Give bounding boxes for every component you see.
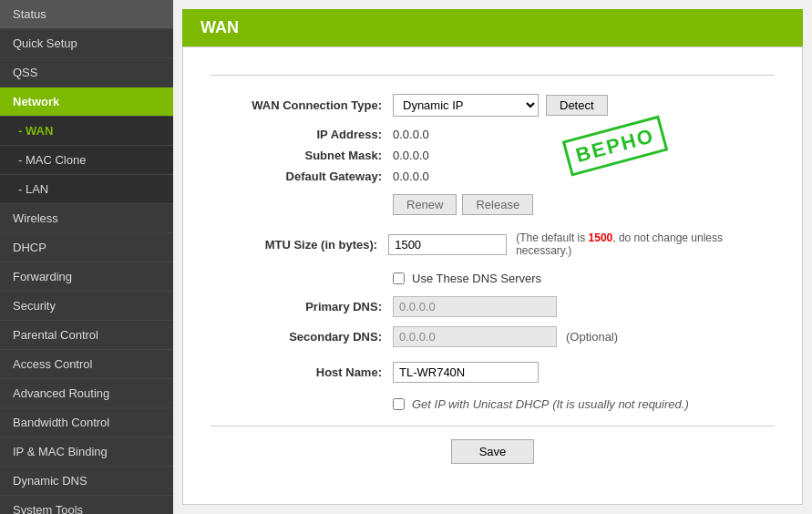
- sidebar-item-dhcp[interactable]: DHCP: [0, 233, 173, 262]
- sidebar-item-bandwidth-control[interactable]: Bandwidth Control: [0, 408, 173, 437]
- renew-release-row: Renew Release: [211, 194, 775, 215]
- sidebar-item-quick-setup[interactable]: Quick Setup: [0, 29, 173, 58]
- host-name-label: Host Name:: [211, 365, 393, 379]
- default-gateway-row: Default Gateway: 0.0.0.0: [211, 170, 775, 183]
- ip-address-value: 0.0.0.0: [393, 128, 429, 141]
- sidebar-item-system-tools[interactable]: System Tools: [0, 496, 173, 514]
- wan-connection-type-select[interactable]: Dynamic IP: [393, 94, 539, 117]
- default-gateway-value: 0.0.0.0: [393, 170, 429, 183]
- mtu-row: MTU Size (in bytes): (The default is 150…: [211, 231, 775, 257]
- default-gateway-label: Default Gateway:: [211, 170, 393, 183]
- wan-connection-type-row: WAN Connection Type: Dynamic IP Detect: [211, 94, 775, 117]
- save-button[interactable]: Save: [451, 439, 535, 464]
- ip-address-row: IP Address: 0.0.0.0: [211, 128, 775, 141]
- subnet-mask-value: 0.0.0.0: [393, 149, 429, 162]
- subnet-mask-label: Subnet Mask:: [211, 149, 393, 162]
- detect-button[interactable]: Detect: [546, 95, 608, 116]
- release-button[interactable]: Release: [462, 194, 533, 215]
- dns-checkbox-row: Use These DNS Servers: [393, 272, 775, 285]
- sidebar: Status Quick Setup QSS Network - WAN - M…: [0, 0, 173, 514]
- sidebar-item-qss[interactable]: QSS: [0, 58, 173, 87]
- mtu-hint-bold: 1500: [589, 231, 613, 244]
- mtu-input[interactable]: [388, 234, 507, 255]
- sidebar-item-mac-clone[interactable]: - MAC Clone: [0, 146, 173, 175]
- mtu-hint: (The default is 1500, do not change unle…: [516, 231, 775, 257]
- host-name-row: Host Name:: [211, 362, 775, 383]
- sidebar-item-parental-control[interactable]: Parental Control: [0, 321, 173, 350]
- primary-dns-row: Primary DNS:: [211, 296, 775, 317]
- sidebar-item-forwarding[interactable]: Forwarding: [0, 262, 173, 292]
- sidebar-item-status[interactable]: Status: [0, 0, 173, 29]
- unicast-row: Get IP with Unicast DHCP (It is usually …: [393, 397, 775, 411]
- page-title: WAN: [182, 9, 803, 46]
- wan-connection-type-label: WAN Connection Type:: [211, 98, 393, 112]
- dns-checkbox-label: Use These DNS Servers: [412, 272, 541, 285]
- optional-text: (Optional): [566, 330, 618, 344]
- sidebar-item-network[interactable]: Network: [0, 87, 173, 117]
- sidebar-item-security[interactable]: Security: [0, 292, 173, 321]
- renew-button[interactable]: Renew: [393, 194, 457, 215]
- stamp-text: ВЕРНО: [561, 115, 668, 176]
- sidebar-item-access-control[interactable]: Access Control: [0, 350, 173, 379]
- unicast-label: Get IP with Unicast DHCP (It is usually …: [412, 397, 689, 411]
- main-content: WAN WAN Connection Type: Dynamic IP Dete…: [173, 0, 812, 514]
- unicast-checkbox[interactable]: [393, 398, 405, 410]
- secondary-dns-input[interactable]: [393, 326, 557, 347]
- content-area: WAN Connection Type: Dynamic IP Detect I…: [182, 46, 803, 505]
- save-row: Save: [211, 426, 775, 464]
- mtu-label: MTU Size (in bytes):: [211, 238, 388, 252]
- ip-address-label: IP Address:: [211, 128, 393, 141]
- sidebar-item-lan[interactable]: - LAN: [0, 175, 173, 204]
- dns-checkbox[interactable]: [393, 272, 405, 284]
- subnet-mask-row: Subnet Mask: 0.0.0.0: [211, 149, 775, 162]
- sidebar-item-wireless[interactable]: Wireless: [0, 204, 173, 233]
- sidebar-item-wan[interactable]: - WAN: [0, 117, 173, 146]
- secondary-dns-row: Secondary DNS: (Optional): [211, 326, 775, 347]
- sidebar-item-dynamic-dns[interactable]: Dynamic DNS: [0, 467, 173, 496]
- primary-dns-input[interactable]: [393, 296, 557, 317]
- primary-dns-label: Primary DNS:: [211, 300, 393, 314]
- sidebar-item-ip-mac-binding[interactable]: IP & MAC Binding: [0, 437, 173, 467]
- top-divider: [211, 75, 775, 76]
- host-name-input[interactable]: [393, 362, 539, 383]
- secondary-dns-label: Secondary DNS:: [211, 330, 393, 344]
- sidebar-item-advanced-routing[interactable]: Advanced Routing: [0, 379, 173, 408]
